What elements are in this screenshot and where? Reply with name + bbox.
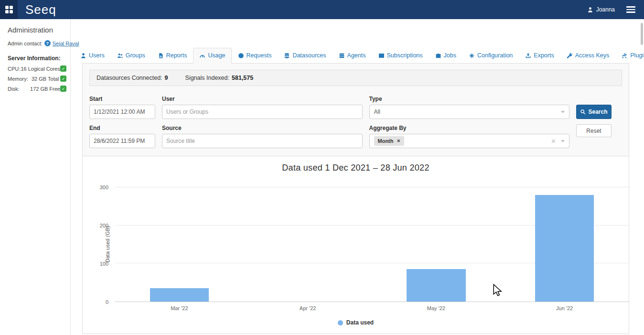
tab-requests[interactable]: Requests [232,48,278,63]
scrollbar-thumb[interactable] [641,23,643,45]
user-icon [587,7,593,13]
source-input[interactable] [162,134,363,148]
tab-jobs[interactable]: Jobs [429,48,462,63]
jobs-icon [435,53,441,59]
server-stat-disk: Disk: 172 GB Free [8,86,67,92]
exports-icon [525,53,531,59]
usage-icon [199,53,205,59]
tab-users[interactable]: Users [74,48,111,63]
type-label: Type [369,96,570,102]
source-label: Source [162,125,363,131]
tab-datasources[interactable]: Datasources [278,48,332,63]
chart-title: Data used 1 Dec 2021 – 28 Jun 2022 [83,163,629,173]
check-icon [60,76,66,82]
check-icon [60,65,66,72]
tab-configuration[interactable]: Configuration [462,48,519,63]
chart-bar-0 [115,182,244,302]
aggregate-select[interactable]: Month [369,134,570,148]
tab-bar: Users Groups Reports Usage Requests Data… [74,48,644,63]
tab-reports[interactable]: Reports [151,48,193,63]
chart-bar-3 [500,182,629,302]
seeq-logo: Seeq [25,2,56,17]
x-tick-label: May '22 [372,305,501,311]
tab-usage[interactable]: Usage [193,48,231,64]
topbar-right: Joanna [587,4,644,15]
users-icon [80,53,86,59]
search-icon [580,109,586,115]
source-field: Source [162,125,363,148]
check-icon [60,86,66,92]
signals-indexed-stat: Signals Indexed: 581,575 [185,75,254,81]
start-input[interactable] [89,105,155,119]
tab-agents[interactable]: Agents [333,48,372,63]
type-field: Type All [369,96,570,119]
server-info-heading: Server Information: [8,55,67,62]
usage-panel: Datasources Connected: 9 Signals Indexed… [82,63,629,334]
filter-form: Start User Type All S [89,96,622,148]
menu-icon[interactable] [625,4,636,15]
admin-contact-label: Admin contact: [8,41,43,46]
subscriptions-icon [378,53,385,59]
end-input[interactable] [89,134,155,148]
configuration-icon [469,53,475,59]
type-select[interactable]: All [369,105,570,119]
chart-bar-1 [244,182,372,302]
tab-access-keys[interactable]: Access Keys [560,48,616,63]
chart-legend[interactable]: Data used [83,319,629,334]
reset-button[interactable]: Reset [576,124,612,137]
aggregate-label: Aggregate By [369,125,570,131]
clear-icon[interactable] [551,138,556,144]
chart-columns [115,182,629,302]
tab-groups[interactable]: Groups [111,48,151,63]
type-selected-value: All [374,108,380,115]
app-launcher-icon[interactable] [0,0,18,19]
admin-contact: Admin contact: Sejal Raval [8,40,67,46]
x-tick-label: Jun '22 [500,305,629,311]
chart-plot [115,182,629,302]
user-field: User [162,96,363,119]
server-stat-memory: Memory: 32 GB Total [8,76,67,82]
x-tick-label: Mar '22 [115,305,244,311]
chevron-down-icon[interactable] [561,140,565,142]
start-label: Start [89,96,155,102]
legend-dot [338,320,343,325]
top-bar: Seeq Joanna [0,0,644,19]
chart-x-labels: Mar '22Apr '22May '22Jun '22 [115,305,629,311]
sidebar: Administration Admin contact: Sejal Rava… [0,19,71,335]
datasources-icon [284,53,290,59]
search-button[interactable]: Search [576,105,612,119]
reports-icon [158,53,164,59]
chart-bar-2 [372,182,501,302]
x-tick-label: Apr '22 [244,305,372,311]
access-keys-icon [567,53,573,59]
remove-token-icon[interactable] [397,139,400,143]
requests-icon [238,53,244,59]
server-stat-cpu: CPU: 16 Logical Cores [8,65,67,72]
form-buttons: Search Reset [576,96,622,137]
tab-subscriptions[interactable]: Subscriptions [372,48,429,63]
chart-y-labels: 0100200300 [92,182,111,302]
aggregate-field: Aggregate By Month [369,125,570,148]
legend-label: Data used [346,319,374,326]
tab-plugins[interactable]: Plugins [615,48,644,63]
page-title: Administration [8,26,67,34]
end-label: End [89,125,155,131]
tab-exports[interactable]: Exports [519,48,560,63]
agents-icon [339,53,345,59]
panel-top: Datasources Connected: 9 Signals Indexed… [83,64,629,156]
datasources-connected-stat: Datasources Connected: 9 [97,75,168,81]
usage-chart: Data used 1 Dec 2021 – 28 Jun 2022 Data … [83,156,629,334]
user-label: User [162,96,363,102]
start-field: Start [89,96,155,119]
chart-plot-wrap: 0100200300 [115,182,629,302]
aggregate-token-month: Month [374,136,405,146]
user-input[interactable] [162,105,363,119]
plugins-icon [622,53,628,59]
chevron-down-icon[interactable] [561,111,565,113]
user-name: Joanna [596,6,615,13]
main-content: Users Groups Reports Usage Requests Data… [71,19,644,335]
end-field: End [89,125,155,148]
stats-strip: Datasources Connected: 9 Signals Indexed… [89,70,622,86]
help-icon[interactable] [44,40,51,46]
user-menu[interactable]: Joanna [587,6,615,13]
